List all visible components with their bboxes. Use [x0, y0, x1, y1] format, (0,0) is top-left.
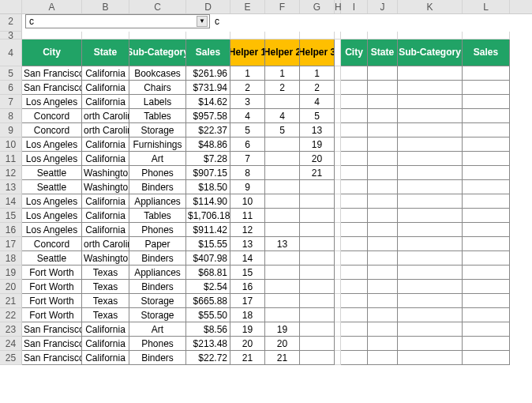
- cell-H3[interactable]: [335, 32, 341, 40]
- col-header-F[interactable]: F: [265, 0, 300, 13]
- cell-state[interactable]: Texas: [82, 266, 129, 280]
- cell-L3[interactable]: [463, 32, 510, 40]
- cell-sales[interactable]: $22.37: [186, 123, 230, 137]
- cell-state[interactable]: orth Carolin: [82, 123, 129, 137]
- cell-sales-2[interactable]: [463, 223, 510, 237]
- filter-dropdown[interactable]: c ▼: [25, 14, 210, 28]
- cell-H[interactable]: [335, 223, 341, 237]
- cell-subcategory-2[interactable]: [398, 237, 463, 251]
- cell-subcategory-2[interactable]: [398, 166, 463, 180]
- cell-subcategory-2[interactable]: [398, 294, 463, 308]
- col-header-E[interactable]: E: [230, 0, 265, 13]
- cell-state[interactable]: orth Carolin: [82, 237, 129, 251]
- cell-sales-2[interactable]: [463, 294, 510, 308]
- cell-state[interactable]: orth Carolin: [82, 109, 129, 123]
- cell-state[interactable]: California: [82, 66, 129, 81]
- cell-H[interactable]: [335, 251, 341, 266]
- cell-state[interactable]: California: [82, 95, 129, 109]
- row-header-24[interactable]: 24: [0, 337, 22, 351]
- cell-sales-2[interactable]: [463, 109, 510, 123]
- cell-city-2[interactable]: [341, 322, 368, 337]
- cell-state-2[interactable]: [368, 209, 398, 223]
- cell-state-2[interactable]: [368, 280, 398, 294]
- cell-subcategory[interactable]: Appliances: [129, 194, 186, 209]
- cell-subcategory[interactable]: Binders: [129, 180, 186, 194]
- cell-helper1[interactable]: 20: [230, 337, 265, 351]
- cell-helper2[interactable]: 1: [265, 66, 300, 81]
- cell-G3[interactable]: [300, 32, 335, 40]
- header-state[interactable]: State: [82, 40, 129, 66]
- cell-state-2[interactable]: [368, 137, 398, 152]
- cell-state-2[interactable]: [368, 194, 398, 209]
- cell-subcategory-2[interactable]: [398, 95, 463, 109]
- cell-H4[interactable]: [335, 40, 341, 66]
- row-header-23[interactable]: 23: [0, 322, 22, 337]
- cell-city[interactable]: Los Angeles: [22, 137, 82, 152]
- cell-helper3[interactable]: 19: [300, 137, 335, 152]
- cell-city[interactable]: Concord: [22, 237, 82, 251]
- row-header-9[interactable]: 9: [0, 123, 22, 137]
- cell-subcategory[interactable]: Art: [129, 322, 186, 337]
- cell-city[interactable]: Los Angeles: [22, 194, 82, 209]
- cell-helper2[interactable]: [265, 251, 300, 266]
- cell-sales[interactable]: $15.55: [186, 237, 230, 251]
- cell-state-2[interactable]: [368, 180, 398, 194]
- cell-sales[interactable]: $407.98: [186, 251, 230, 266]
- cell-helper3[interactable]: [300, 280, 335, 294]
- cell-city-2[interactable]: [341, 166, 368, 180]
- chevron-down-icon[interactable]: ▼: [197, 16, 208, 27]
- cell-city[interactable]: Seattle: [22, 180, 82, 194]
- cell-helper3[interactable]: 5: [300, 109, 335, 123]
- cell-E3[interactable]: [230, 32, 265, 40]
- cell-H[interactable]: [335, 66, 341, 81]
- cell-helper2[interactable]: 4: [265, 109, 300, 123]
- header-state-2[interactable]: State: [368, 40, 398, 66]
- cell-subcategory[interactable]: Tables: [129, 109, 186, 123]
- cell-state-2[interactable]: [368, 322, 398, 337]
- cell-helper2[interactable]: 19: [265, 322, 300, 337]
- cell-H[interactable]: [335, 123, 341, 137]
- cell-sales[interactable]: $68.81: [186, 266, 230, 280]
- cell-subcategory-2[interactable]: [398, 180, 463, 194]
- cell-H[interactable]: [335, 137, 341, 152]
- cell-helper2[interactable]: [265, 194, 300, 209]
- cell-subcategory[interactable]: Chairs: [129, 81, 186, 95]
- row-header-8[interactable]: 8: [0, 109, 22, 123]
- col-header-I[interactable]: I: [341, 0, 368, 13]
- cell-city[interactable]: San Francisco: [22, 337, 82, 351]
- col-header-B[interactable]: B: [82, 0, 129, 13]
- cell-sales[interactable]: $14.62: [186, 95, 230, 109]
- cell-helper3[interactable]: [300, 194, 335, 209]
- cell-subcategory[interactable]: Binders: [129, 251, 186, 266]
- cell-helper1[interactable]: 21: [230, 351, 265, 365]
- col-header-L[interactable]: L: [463, 0, 510, 13]
- cell-subcategory[interactable]: Storage: [129, 308, 186, 322]
- row-header-18[interactable]: 18: [0, 251, 22, 266]
- cell-state-2[interactable]: [368, 351, 398, 365]
- cell-sales[interactable]: $8.56: [186, 322, 230, 337]
- header-helper1[interactable]: Helper 1: [230, 40, 265, 66]
- cell-state[interactable]: California: [82, 81, 129, 95]
- cell-helper3[interactable]: 21: [300, 166, 335, 180]
- header-subcategory-2[interactable]: Sub-Category: [398, 40, 463, 66]
- col-header-C[interactable]: C: [129, 0, 186, 13]
- cell-sales[interactable]: $1,706.18: [186, 209, 230, 223]
- cell-city[interactable]: San Francisco: [22, 81, 82, 95]
- cell-helper1[interactable]: 2: [230, 81, 265, 95]
- header-subcategory[interactable]: Sub-Category: [129, 40, 186, 66]
- row-header-11[interactable]: 11: [0, 152, 22, 166]
- cell-H[interactable]: [335, 166, 341, 180]
- cell-C3[interactable]: [129, 32, 186, 40]
- header-helper2[interactable]: Helper 2: [265, 40, 300, 66]
- cell-sales-2[interactable]: [463, 237, 510, 251]
- cell-sales-2[interactable]: [463, 280, 510, 294]
- cell-helper3[interactable]: [300, 322, 335, 337]
- cell-city[interactable]: Los Angeles: [22, 223, 82, 237]
- cell-subcategory-2[interactable]: [398, 308, 463, 322]
- cell-subcategory[interactable]: Labels: [129, 95, 186, 109]
- cell-state-2[interactable]: [368, 166, 398, 180]
- cell-city[interactable]: Fort Worth: [22, 308, 82, 322]
- row-header-13[interactable]: 13: [0, 180, 22, 194]
- cell-city[interactable]: Seattle: [22, 166, 82, 180]
- cell-H[interactable]: [335, 294, 341, 308]
